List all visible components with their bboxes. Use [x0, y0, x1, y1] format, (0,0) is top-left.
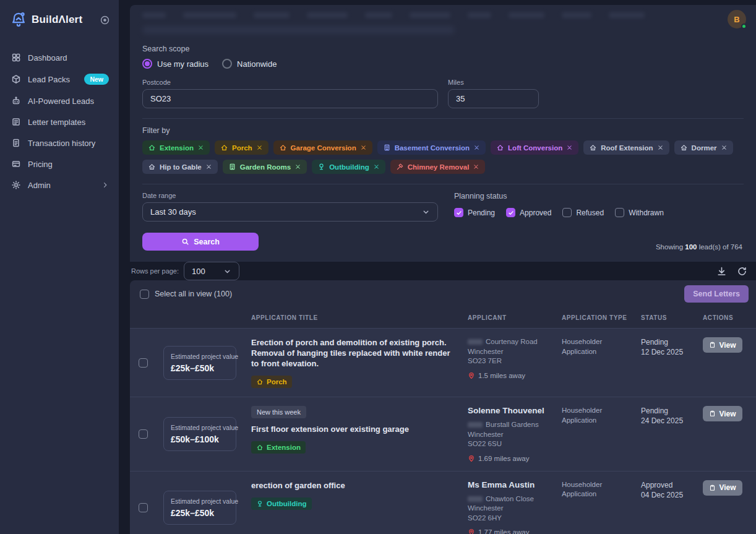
estimated-value: £25k–£50k [171, 363, 229, 373]
filter-chip-label: Roof Extension [601, 144, 653, 152]
column-header-application-title: APPLICATION TITLE [251, 314, 468, 321]
redacted-house-number [468, 339, 483, 345]
filter-chip-extension[interactable]: Extension [142, 140, 210, 155]
sidebar-nav: DashboardLead PacksNewAI-Powered LeadsLe… [0, 47, 119, 196]
sidebar-item-dashboard[interactable]: Dashboard [0, 47, 119, 68]
sidebar-collapse-icon[interactable] [100, 15, 110, 25]
estimated-value-label: Estimated project value [171, 497, 229, 505]
postcode-input[interactable] [142, 89, 438, 108]
application-type-tag-extension: Extension [251, 441, 306, 454]
remove-filter-icon[interactable] [197, 144, 204, 151]
send-letters-button[interactable]: Send Letters [684, 285, 749, 303]
house-icon [496, 144, 504, 152]
clipboard-icon [709, 484, 716, 491]
planning-status-pending[interactable]: Pending [454, 208, 495, 217]
radio-use-my-radius[interactable]: Use my radius [142, 59, 208, 69]
applicant-address-line: Winchester [468, 347, 562, 357]
list-controls: Rows per page: 100 [130, 262, 756, 280]
view-button[interactable]: View [703, 337, 742, 353]
robot-icon [11, 96, 21, 106]
planning-status-withdrawn[interactable]: Withdrawn [615, 208, 664, 217]
checkbox-unchecked-icon [615, 208, 624, 217]
sidebar-item-ai-powered-leads[interactable]: AI-Powered Leads [0, 90, 119, 111]
checkbox-unchecked-icon [562, 208, 572, 217]
remove-filter-icon[interactable] [473, 144, 480, 151]
filter-chip-hip-to-gable[interactable]: Hip to Gable [142, 160, 218, 174]
redacted-header: B [130, 5, 756, 41]
applicant-address-line: SO22 6HY [468, 514, 562, 523]
filter-chip-label: Outbuilding [329, 163, 369, 171]
filter-chip-dormer[interactable]: Dormer [674, 140, 733, 155]
new-badge: New [84, 74, 109, 85]
leads-list-panel: Select all in view (100) Send Letters AP… [130, 280, 756, 534]
postcode-label: Postcode [142, 79, 438, 86]
estimated-value-card: Estimated project value£50k–£100k [163, 417, 236, 451]
view-button[interactable]: View [703, 480, 742, 496]
radio-nationwide[interactable]: Nationwide [222, 59, 277, 69]
remove-filter-icon[interactable] [360, 144, 367, 151]
remove-filter-icon[interactable] [721, 144, 728, 151]
status-date: 12 Dec 2025 [641, 347, 703, 357]
date-range-select[interactable]: Last 30 days [142, 202, 438, 222]
table-row: Estimated project value£25k–£50kerection… [130, 471, 756, 534]
status-label: Pending [641, 406, 703, 416]
planning-status-refused[interactable]: Refused [562, 208, 604, 217]
filter-chip-porch[interactable]: Porch [215, 140, 268, 155]
rows-per-page-select[interactable]: 100 [184, 262, 239, 280]
filter-chip-loft-conversion[interactable]: Loft Conversion [491, 140, 578, 155]
filter-by-label: Filter by [142, 126, 744, 135]
planning-status-label-text: Withdrawn [629, 209, 664, 217]
refresh-icon[interactable] [737, 266, 747, 277]
row-checkbox[interactable] [139, 429, 148, 439]
status-date: 24 Dec 2025 [641, 416, 703, 426]
miles-label: Miles [448, 79, 539, 86]
filter-chip-basement-conversion[interactable]: Basement Conversion [377, 140, 486, 155]
sidebar-item-letter-templates[interactable]: Letter templates [0, 111, 119, 132]
box-icon [11, 74, 21, 84]
pin-icon [468, 528, 475, 534]
filter-chip-roof-extension[interactable]: Roof Extension [583, 140, 669, 155]
pricing-icon [11, 159, 21, 169]
view-button-label: View [719, 483, 736, 492]
user-avatar[interactable]: B [728, 10, 746, 28]
download-icon[interactable] [716, 266, 727, 277]
distance-text: 1.5 miles away [478, 372, 525, 379]
remove-filter-icon[interactable] [566, 144, 573, 151]
remove-filter-icon[interactable] [294, 163, 301, 170]
planning-status-label-text: Refused [576, 209, 604, 217]
estimated-value: £50k–£100k [171, 434, 229, 444]
remove-filter-icon[interactable] [205, 163, 212, 170]
view-button[interactable]: View [703, 406, 742, 421]
filter-chip-garden-rooms[interactable]: Garden Rooms [223, 160, 307, 174]
sidebar-item-transaction-history[interactable]: Transaction history [0, 132, 119, 153]
tree-icon [256, 500, 264, 507]
remove-filter-icon[interactable] [373, 163, 380, 170]
house-up-icon [589, 144, 597, 152]
planning-status-approved[interactable]: Approved [506, 208, 551, 217]
redacted-text-bar [142, 26, 455, 34]
column-header-application-type: APPLICATION TYPE [562, 314, 641, 321]
filter-chip-outbuilding[interactable]: Outbuilding [312, 160, 385, 174]
select-all-checkbox[interactable] [140, 290, 149, 299]
miles-input[interactable] [448, 89, 539, 108]
logo-row: BuildΛlert [0, 9, 119, 31]
filter-chip-chimney-removal[interactable]: Chimney Removal [390, 160, 486, 174]
checkbox-checked-icon [506, 208, 515, 217]
tag-label: Porch [267, 378, 287, 385]
search-button[interactable]: Search [142, 233, 259, 251]
application-type: Application [562, 489, 641, 499]
filter-chip-garage-conversion[interactable]: Garage Conversion [273, 140, 372, 155]
tag-label: Outbuilding [267, 500, 307, 507]
house-icon [256, 444, 264, 451]
remove-filter-icon[interactable] [256, 144, 263, 151]
row-checkbox[interactable] [139, 358, 148, 368]
sidebar-item-pricing[interactable]: Pricing [0, 153, 119, 174]
view-button-label: View [719, 410, 736, 418]
sidebar-item-admin[interactable]: Admin [0, 174, 119, 196]
remove-filter-icon[interactable] [657, 144, 664, 151]
sidebar-item-lead-packs[interactable]: Lead PacksNew [0, 68, 119, 90]
distance: 1.5 miles away [468, 372, 562, 379]
row-checkbox[interactable] [139, 503, 148, 512]
remove-filter-icon[interactable] [473, 163, 479, 170]
transaction-icon [11, 138, 21, 148]
